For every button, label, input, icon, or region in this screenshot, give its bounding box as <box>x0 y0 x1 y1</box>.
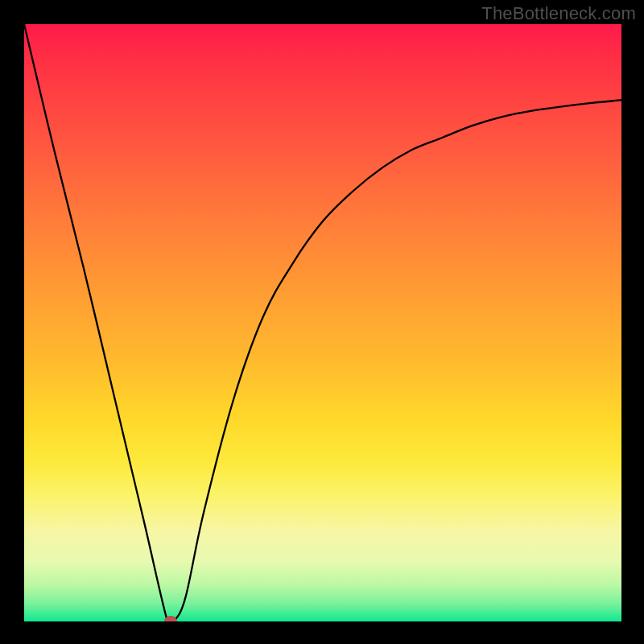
minimum-marker <box>164 616 177 621</box>
curve-path <box>24 24 621 621</box>
watermark-text: TheBottleneck.com <box>481 3 636 24</box>
chart-stage: TheBottleneck.com <box>0 0 644 644</box>
bottleneck-curve <box>24 24 621 621</box>
plot-area <box>24 24 621 621</box>
